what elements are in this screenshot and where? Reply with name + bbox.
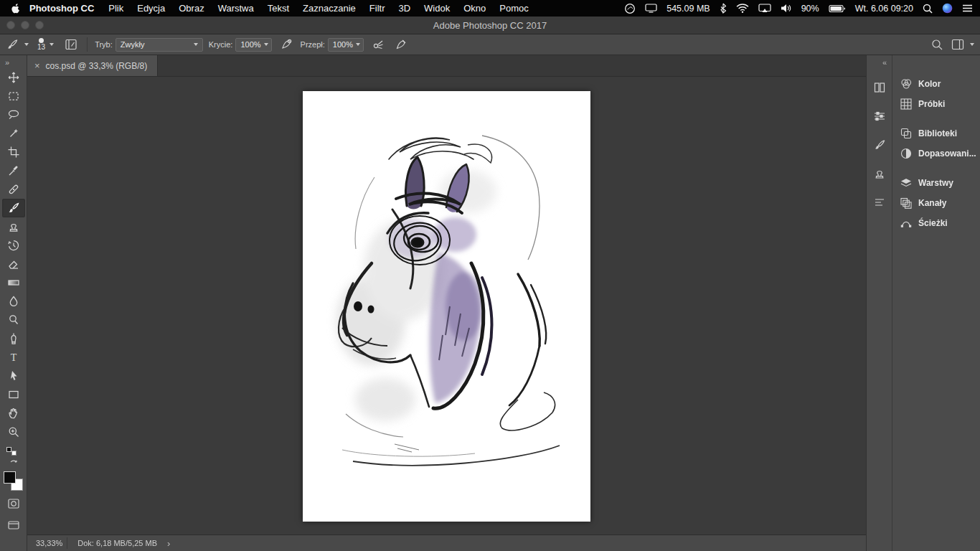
lasso-tool[interactable] (2, 105, 25, 124)
history-panel-icon[interactable] (870, 78, 890, 97)
document-tabstrip: × cos.psd @ 33,3% (RGB/8) (27, 55, 866, 77)
svg-text:T: T (10, 352, 17, 363)
document-tab[interactable]: × cos.psd @ 33,3% (RGB/8) (27, 55, 158, 76)
tool-preset-picker[interactable] (6, 38, 29, 51)
airplay-display-icon[interactable] (758, 4, 771, 13)
panel-tab-dopasowania[interactable]: Dopasowani... (892, 143, 980, 164)
apple-menu[interactable] (11, 3, 21, 14)
siri-icon[interactable] (942, 3, 953, 14)
panel-tab-kolor[interactable]: Kolor (892, 74, 980, 94)
panel-tab-biblioteki[interactable]: Biblioteki (892, 123, 980, 143)
menu-tekst[interactable]: Tekst (268, 3, 289, 14)
bluetooth-icon[interactable] (720, 3, 727, 14)
search-button[interactable] (928, 37, 946, 52)
screen-mode-button[interactable] (2, 517, 25, 534)
memory-monitor-icon[interactable] (645, 4, 657, 13)
panel-tabs-column: Kolor Próbki Biblioteki Dopasowani... (892, 55, 980, 551)
menu-obraz[interactable]: Obraz (179, 3, 204, 14)
quick-mask-button[interactable] (2, 495, 25, 512)
menu-plik[interactable]: Plik (108, 3, 123, 14)
minimize-window-button[interactable] (21, 21, 29, 29)
dock-expand-chevron[interactable]: « (882, 55, 892, 68)
flow-input[interactable]: 100% (328, 38, 364, 52)
collapsed-panels-dock: « (866, 55, 892, 551)
apple-icon (11, 3, 21, 14)
spot-healing-brush-tool[interactable] (2, 180, 25, 199)
panel-tab-kanaly[interactable]: Kanały (892, 193, 980, 213)
rectangular-marquee-tool[interactable] (2, 87, 25, 105)
tab-close-icon[interactable]: × (34, 61, 40, 70)
default-colors-icon[interactable] (6, 447, 17, 456)
app-menu-title[interactable]: Photoshop CC (29, 3, 94, 14)
close-window-button[interactable] (6, 21, 15, 29)
tools-collapse-chevron[interactable]: » (0, 55, 9, 68)
dodge-tool[interactable] (2, 311, 25, 329)
status-options-chevron[interactable]: › (167, 538, 170, 549)
zoom-level-field[interactable]: 33,33% (34, 537, 67, 549)
zoom-window-button[interactable] (35, 21, 44, 29)
opacity-value: 100% (240, 40, 260, 49)
flow-caret-icon (356, 43, 360, 46)
quick-selection-tool[interactable] (2, 124, 25, 143)
eraser-tool[interactable] (2, 255, 25, 273)
color-panel-icon (900, 77, 913, 90)
canvas-area[interactable] (27, 77, 866, 534)
blur-tool[interactable] (2, 292, 25, 311)
menu-widok[interactable]: Widok (424, 3, 450, 14)
wifi-icon[interactable] (736, 4, 749, 13)
pen-tool[interactable] (2, 329, 25, 348)
pressure-opacity-button[interactable] (278, 37, 295, 52)
move-tool[interactable] (2, 68, 25, 87)
adjustments-panel-icon (900, 147, 913, 160)
notification-center-icon[interactable] (962, 4, 973, 13)
history-brush-tool[interactable] (2, 236, 25, 255)
clone-stamp-tool[interactable] (2, 217, 25, 236)
opacity-input[interactable]: 100% (235, 38, 271, 52)
zoom-tool[interactable] (2, 423, 25, 441)
clone-source-panel-icon[interactable] (870, 164, 890, 183)
macos-menubar: Photoshop CC Plik Edycja Obraz Warstwa T… (0, 0, 980, 17)
rectangle-shape-tool[interactable] (2, 385, 25, 404)
menu-zaznaczanie[interactable]: Zaznaczanie (303, 3, 356, 14)
paths-panel-icon (900, 217, 913, 230)
hand-tool[interactable] (2, 404, 25, 423)
airbrush-button[interactable] (369, 37, 387, 52)
opacity-caret-icon (264, 43, 268, 46)
libraries-panel-icon (900, 127, 913, 140)
brush-preset-picker[interactable]: 13 (34, 37, 57, 52)
tool-presets-panel-icon[interactable] (870, 193, 890, 212)
menu-pomoc[interactable]: Pomoc (499, 3, 528, 14)
panel-tab-warstwy[interactable]: Warstwy (892, 173, 980, 193)
menu-edycja[interactable]: Edycja (137, 3, 165, 14)
menu-3d[interactable]: 3D (398, 3, 410, 14)
toggle-brush-panel-button[interactable] (62, 37, 80, 52)
battery-icon[interactable] (829, 4, 846, 13)
eyedropper-tool[interactable] (2, 161, 25, 180)
document-size-info: Dok: 6,18 MB/5,25 MB (77, 539, 157, 547)
foreground-background-swatches (4, 471, 23, 491)
brush-settings-panel-icon[interactable] (870, 136, 890, 154)
blend-mode-caret-icon (194, 43, 198, 46)
panel-tab-probki[interactable]: Próbki (892, 94, 980, 114)
volume-icon[interactable] (781, 4, 792, 13)
gradient-tool[interactable] (2, 273, 25, 292)
blend-mode-select[interactable]: Zwykły (116, 38, 203, 52)
type-tool[interactable]: T (2, 348, 25, 367)
spotlight-icon[interactable] (923, 4, 933, 14)
swap-colors-icon[interactable] (9, 457, 19, 470)
menu-okno[interactable]: Okno (463, 3, 486, 14)
crop-tool[interactable] (2, 143, 25, 161)
brush-tool[interactable] (2, 199, 25, 217)
brush-picker-caret-icon (50, 43, 54, 46)
panel-tab-sciezki[interactable]: Ścieżki (892, 213, 980, 233)
menubar-clock[interactable]: Wt. 6.06 09:20 (855, 4, 913, 14)
document-canvas[interactable] (303, 91, 590, 522)
path-selection-tool[interactable] (2, 367, 25, 385)
pressure-size-button[interactable] (392, 37, 410, 52)
workspace-switcher[interactable] (951, 39, 974, 50)
menu-filtr[interactable]: Filtr (369, 3, 385, 14)
menu-warstwa[interactable]: Warstwa (218, 3, 254, 14)
foreground-color-swatch[interactable] (4, 471, 16, 484)
properties-panel-icon[interactable] (870, 107, 890, 126)
creative-cloud-icon[interactable] (624, 3, 636, 14)
